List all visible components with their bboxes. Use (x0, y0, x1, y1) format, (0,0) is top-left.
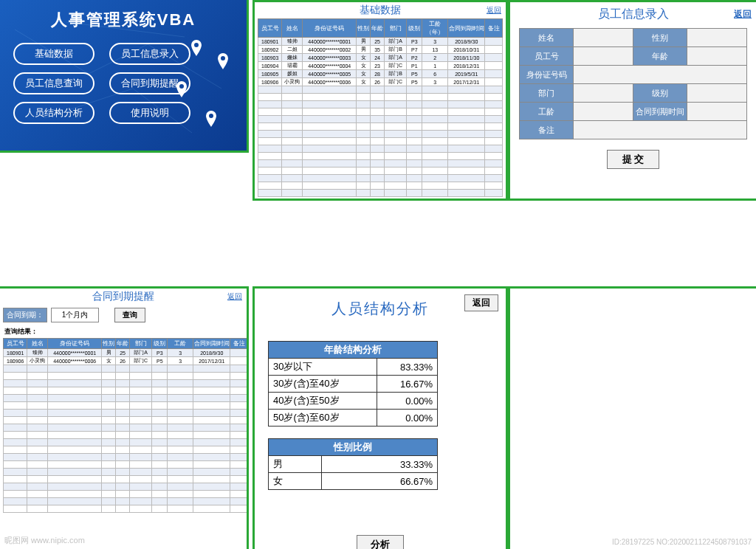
table-row (258, 175, 503, 182)
table-row (4, 469, 248, 476)
col-header: 性别 (102, 339, 116, 349)
label-gender: 性别 (633, 29, 687, 47)
col-header: 姓名 (27, 339, 48, 349)
table-row (4, 410, 248, 417)
menu-button-5[interactable]: 使用说明 (109, 102, 190, 124)
result-label: 查询结果： (4, 327, 242, 336)
col-header: 工龄 (168, 339, 193, 349)
analysis-header: 年龄结构分析 (269, 342, 438, 359)
analyze-button[interactable]: 分析 (357, 535, 404, 549)
col-header: 备注 (485, 19, 503, 38)
col-header: 员工号 (258, 19, 282, 38)
table-row[interactable]: 180901臻帅440000*******0001男25部门AP332018/9… (258, 38, 503, 46)
input-level[interactable] (687, 84, 747, 103)
back-link[interactable]: 返回 (734, 8, 752, 21)
menu-button-3[interactable]: 合同到期提醒 (109, 72, 190, 94)
input-dept[interactable] (574, 84, 633, 103)
table-row[interactable]: 180906小灵狗440000*******0006女26部门CP532017/… (4, 357, 248, 365)
col-header: 员工号 (4, 339, 27, 349)
table-row[interactable]: 180905媛姐440000*******0005女28部门BP562019/5… (258, 70, 503, 78)
extra-panel (508, 286, 756, 549)
input-idcard[interactable] (574, 66, 747, 84)
reminder-table: 员工号姓名身份证号码性别年龄部门级别工龄合同到期时间备注180901臻帅4400… (3, 338, 248, 513)
input-expire[interactable] (687, 103, 747, 121)
table-row: 女66.67% (269, 473, 438, 490)
query-value[interactable]: 1个月内 (51, 308, 100, 322)
entry-title: 员工信息录入 (598, 7, 669, 20)
table-row (258, 116, 503, 123)
table-row (4, 498, 248, 505)
col-header: 年龄 (116, 339, 130, 349)
label-tenure: 工龄 (520, 103, 574, 121)
watermark-right: ID:28197225 NO:20200211224508791037 (612, 538, 752, 546)
back-link[interactable]: 返回 (487, 5, 501, 15)
table-row (4, 387, 248, 395)
label-idcard: 身份证号码 (520, 66, 574, 84)
table-row (258, 131, 503, 138)
input-name[interactable] (574, 29, 633, 47)
col-header: 部门 (130, 339, 152, 349)
col-header: 合同到期时间 (193, 339, 230, 349)
label-age: 年龄 (633, 47, 687, 66)
reminder-title: 合同到期提醒 (92, 290, 154, 302)
analysis-header: 性别比例 (269, 439, 438, 456)
input-age[interactable] (687, 47, 747, 66)
table-row[interactable]: 180901臻帅440000*******0001男25部门AP332018/9… (4, 349, 248, 357)
query-button[interactable]: 查询 (114, 308, 145, 322)
table-row (258, 153, 503, 160)
base-data-panel: 基础数据 返回 员工号姓名身份证号码性别年龄部门级别工龄（年）合同到期时间备注1… (252, 0, 508, 201)
col-header: 级别 (152, 339, 168, 349)
gender-table: 性别比例男33.33%女66.67% (268, 438, 438, 490)
col-header: 身份证号码 (303, 19, 357, 38)
table-row (4, 365, 248, 373)
svg-line-5 (66, 22, 185, 37)
reminder-panel: 合同到期提醒 返回 合同到期： 1个月内 查询 查询结果： 员工号姓名身份证号码… (0, 286, 249, 549)
label-remark: 备注 (520, 121, 574, 139)
table-row (4, 483, 248, 491)
table-row (258, 123, 503, 131)
table-row (4, 476, 248, 483)
table-row (4, 439, 248, 446)
col-header: 性别 (357, 19, 371, 38)
table-row (258, 138, 503, 145)
input-empno[interactable] (574, 47, 633, 66)
table-row (258, 101, 503, 108)
input-tenure[interactable] (574, 103, 633, 121)
table-row (4, 446, 248, 454)
table-row: 40岁(含)至50岁0.00% (269, 393, 438, 410)
watermark-left: 昵图网 www.nipic.com (4, 535, 85, 546)
label-name: 姓名 (520, 29, 574, 47)
input-gender[interactable] (687, 29, 747, 47)
col-header: 工龄（年） (422, 19, 448, 38)
input-remark[interactable] (574, 121, 747, 139)
table-row (4, 373, 248, 380)
table-row (4, 454, 248, 461)
col-header: 级别 (407, 19, 422, 38)
menu-button-4[interactable]: 人员结构分析 (13, 102, 94, 124)
table-row (258, 94, 503, 101)
table-row[interactable]: 180902二姐440000*******0002男35部门BP7132018/… (258, 46, 503, 54)
menu-button-0[interactable]: 基础数据 (13, 43, 94, 65)
base-title: 基础数据 (360, 4, 401, 15)
col-header: 合同到期时间 (448, 19, 485, 38)
table-row[interactable]: 180903姗妹440000*******0003女24部门AP222018/1… (258, 54, 503, 62)
submit-button[interactable]: 提 交 (607, 150, 660, 169)
label-expire: 合同到期时间 (633, 103, 687, 121)
table-row (258, 108, 503, 116)
analysis-title: 人员结构分析 (255, 299, 506, 319)
table-row: 30岁(含)至40岁16.67% (269, 376, 438, 393)
analysis-panel: 返回 人员结构分析 年龄结构分析30岁以下83.33%30岁(含)至40岁16.… (252, 286, 508, 549)
menu-button-1[interactable]: 员工信息录入 (109, 43, 190, 65)
col-header: 年龄 (371, 19, 385, 38)
table-row[interactable]: 180904珺霸440000*******0004女23部门CP112018/1… (258, 62, 503, 70)
col-header: 身份证号码 (48, 339, 102, 349)
base-data-table: 员工号姓名身份证号码性别年龄部门级别工龄（年）合同到期时间备注180901臻帅4… (258, 18, 503, 197)
back-link[interactable]: 返回 (227, 291, 242, 302)
table-row[interactable]: 180906小灵狗440000*******0006女26部门CP532017/… (258, 78, 503, 86)
table-row (258, 182, 503, 190)
table-row (258, 86, 503, 94)
table-row: 男33.33% (269, 456, 438, 473)
menu-button-2[interactable]: 员工信息查询 (13, 72, 94, 94)
table-row (4, 432, 248, 439)
col-header: 姓名 (282, 19, 303, 38)
